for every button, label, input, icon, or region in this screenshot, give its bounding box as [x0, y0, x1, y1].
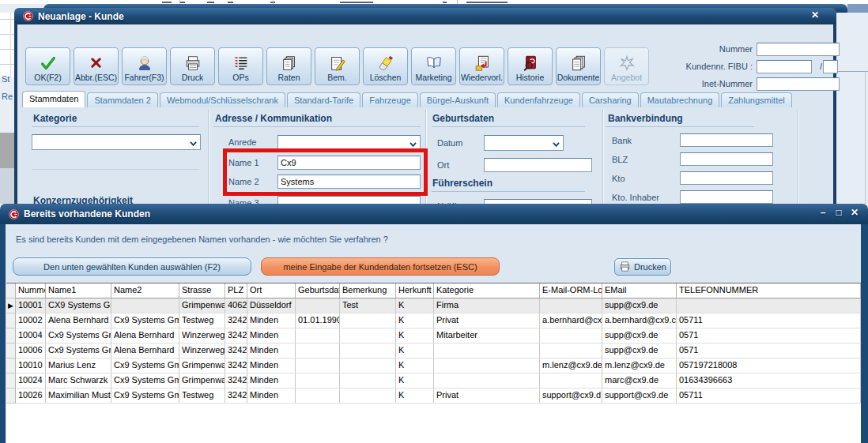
table-cell[interactable]: support@cx9.d	[540, 389, 602, 404]
table-cell[interactable]: Minden	[247, 359, 296, 374]
table-cell[interactable]: K	[396, 359, 434, 374]
table-cell[interactable]	[296, 374, 340, 389]
tab-fahrzeuge[interactable]: Fahrzeuge	[362, 92, 418, 107]
table-cell[interactable]: 32425	[225, 328, 247, 344]
toolbar-button-raten[interactable]: Raten	[266, 47, 311, 85]
row-selector[interactable]	[6, 344, 16, 359]
tab-carsharing[interactable]: Carsharing	[582, 92, 639, 107]
toolbar-button-wiedervorl[interactable]: Wiedervorl.	[459, 47, 504, 85]
blz-input[interactable]	[680, 152, 773, 166]
name2-input[interactable]	[277, 175, 421, 189]
name1-input[interactable]	[277, 156, 421, 170]
toolbar-button-ok-f2[interactable]: OK(F2)	[25, 47, 70, 85]
toolbar-button-historie[interactable]: Historie	[508, 47, 553, 85]
table-cell[interactable]: supp@cx9.de	[602, 298, 677, 313]
table-cell[interactable]	[434, 344, 540, 359]
maximize-icon[interactable]: □	[833, 207, 844, 218]
table-cell[interactable]	[296, 389, 340, 404]
table-cell[interactable]: Maximilian Must	[46, 389, 111, 404]
table-cell[interactable]: Grimpenwa	[179, 374, 225, 389]
table-cell[interactable]: 0571	[677, 328, 861, 344]
table-row[interactable]: 10010Marius LenzCx9 Systems GmGrimpenwa3…	[6, 359, 861, 374]
select-customer-button[interactable]: Den unten gewählten Kunden auswählen (F2…	[13, 257, 251, 276]
table-cell[interactable]	[296, 298, 340, 313]
table-cell[interactable]: Alena Bernhard	[111, 328, 179, 344]
table-cell[interactable]: Winzerweg	[179, 344, 225, 359]
table-cell[interactable]: 32425	[225, 389, 247, 404]
table-cell[interactable]: marc@cx9.de	[602, 374, 677, 389]
row-selector[interactable]	[6, 374, 16, 389]
table-cell[interactable]: support@cx9.de	[602, 389, 677, 404]
table-row[interactable]: 10004Cx9 Systems GrAlena BernhardWinzerw…	[6, 328, 861, 344]
table-cell[interactable]	[111, 298, 179, 313]
table-cell[interactable]: Cx9 Systems Gr	[46, 344, 111, 359]
table-cell[interactable]: Cx9 Systems Gm	[111, 374, 179, 389]
minimize-icon[interactable]: –	[817, 207, 828, 218]
table-cell[interactable]: Privat	[434, 389, 540, 404]
table-cell[interactable]: K	[396, 374, 434, 389]
table-cell[interactable]	[434, 374, 540, 389]
table-cell[interactable]: CX9 Systems Gr	[46, 298, 111, 313]
table-cell[interactable]	[296, 344, 340, 359]
table-cell[interactable]: m.lenz@cx9.de	[602, 359, 677, 374]
table-cell[interactable]: a.bernhard@cx9.c	[602, 313, 677, 328]
table-row[interactable]: 10002Alena BernhardCx9 Systems GmTestweg…	[6, 313, 861, 328]
table-cell[interactable]	[540, 298, 602, 313]
ort-input[interactable]	[484, 158, 592, 172]
table-cell[interactable]: supp@cx9.de	[602, 328, 677, 344]
tab-stammdaten-2[interactable]: Stammdaten 2	[87, 92, 158, 107]
table-cell[interactable]	[540, 344, 602, 359]
table-cell[interactable]: a.bernhard@cx	[540, 313, 602, 328]
table-cell[interactable]: Privat	[434, 313, 540, 328]
bank-input[interactable]	[680, 133, 773, 147]
table-cell[interactable]: Mitarbeiter	[434, 328, 540, 344]
close-icon[interactable]: ✕	[849, 207, 860, 218]
table-cell[interactable]	[340, 313, 396, 328]
toolbar-button-fahrer-f3[interactable]: Fahrer(F3)	[122, 47, 167, 85]
table-cell[interactable]	[340, 389, 396, 404]
toolbar-button-bem[interactable]: Bem.	[315, 47, 360, 85]
table-cell[interactable]: 10026	[16, 389, 46, 404]
table-cell[interactable]: K	[396, 389, 434, 404]
table-cell[interactable]	[340, 359, 396, 374]
datum-select[interactable]	[484, 135, 564, 151]
kto-input[interactable]	[680, 171, 773, 185]
table-cell[interactable]: 10002	[16, 313, 46, 328]
table-cell[interactable]: Winzerweg	[179, 328, 225, 344]
row-selector[interactable]	[6, 313, 16, 328]
kundennr-fibu-input[interactable]	[757, 60, 812, 73]
table-cell[interactable]: Minden	[247, 328, 296, 344]
tab-webmodul-schlüsselschrank[interactable]: Webmodul/Schlüsselschrank	[160, 92, 285, 107]
table-cell[interactable]: Marius Lenz	[46, 359, 111, 374]
table-cell[interactable]: 10006	[16, 344, 46, 359]
table-cell[interactable]: Firma	[434, 298, 540, 313]
kundennr-fibu-input-2[interactable]	[823, 60, 838, 73]
table-cell[interactable]: 05711	[677, 313, 861, 328]
table-cell[interactable]: Minden	[247, 344, 296, 359]
table-cell[interactable]: 01634396663	[677, 374, 861, 389]
table-row[interactable]: ▶10001CX9 Systems GrGrimpenwa40625Düssel…	[6, 298, 861, 313]
kategorie-select[interactable]	[32, 134, 201, 150]
table-cell[interactable]: Testweg	[179, 389, 225, 404]
tab-mautabrechnung[interactable]: Mautabrechnung	[640, 92, 720, 107]
nummer-input[interactable]	[757, 43, 840, 56]
table-cell[interactable]: 01.01.1990	[296, 313, 340, 328]
table-cell[interactable]: K	[396, 328, 434, 344]
table-row[interactable]: 10006Cx9 Systems GrAlena BernhardWinzerw…	[6, 344, 861, 359]
toolbar-button-abbr-esc[interactable]: Abbr.(ESC)	[74, 47, 119, 85]
table-cell[interactable]: Cx9 Systems Gm	[111, 313, 179, 328]
table-cell[interactable]: K	[396, 313, 434, 328]
table-cell[interactable]: Alena Bernhard	[46, 313, 111, 328]
table-cell[interactable]: Grimpenwa	[179, 359, 225, 374]
table-cell[interactable]	[340, 344, 396, 359]
table-cell[interactable]: Minden	[247, 389, 296, 404]
anrede-select[interactable]	[277, 135, 421, 150]
table-cell[interactable]: Minden	[247, 374, 296, 389]
toolbar-button-druck[interactable]: Druck	[170, 47, 215, 85]
row-selector[interactable]	[6, 359, 16, 374]
table-cell[interactable]: 10001	[16, 298, 46, 313]
table-cell[interactable]: Test	[340, 298, 396, 313]
table-cell[interactable]: Marc Schwarzk	[46, 374, 111, 389]
row-selector-arrow-icon[interactable]: ▶	[6, 298, 16, 313]
table-cell[interactable]: 10024	[16, 374, 46, 389]
